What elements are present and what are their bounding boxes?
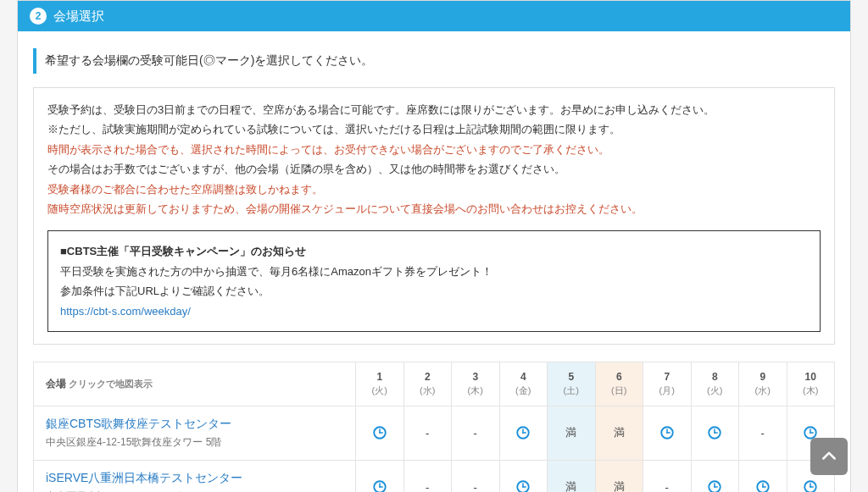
unavailable-slot: - xyxy=(403,460,452,492)
table-row: iSERVE八重洲日本橋テストセンター中央区日本橋2-2-3リッシュビル 502… xyxy=(34,460,835,492)
notice-warning: 受験者様のご都合に合わせた空席調整は致しかねます。 xyxy=(47,180,821,199)
day-column-header: 5(土) xyxy=(548,362,596,406)
campaign-body: 平日受験を実施された方の中から抽選で、毎月6名様にAmazonギフト券をプレゼン… xyxy=(60,262,808,281)
notice-box: 受験予約は、受験日の3日前までの日程で、空席がある場合に可能です。座席数には限り… xyxy=(33,87,835,345)
svg-rect-23 xyxy=(715,487,719,489)
available-slot[interactable] xyxy=(691,406,739,460)
available-slot[interactable] xyxy=(499,406,548,460)
instruction-bar: 希望する会場欄の受験可能日(◎マーク)を選択してください。 xyxy=(33,48,835,74)
svg-rect-8 xyxy=(666,433,670,434)
available-slot[interactable] xyxy=(499,460,548,492)
svg-rect-11 xyxy=(715,433,719,434)
available-slot[interactable] xyxy=(356,406,404,460)
venue-name[interactable]: iSERVE八重洲日本橋テストセンター xyxy=(46,471,343,486)
svg-rect-5 xyxy=(523,433,527,434)
day-column-header: 2(水) xyxy=(403,362,452,406)
available-slot[interactable] xyxy=(643,406,692,460)
day-column-header: 1(火) xyxy=(356,362,404,406)
notice-line: ※ただし、試験実施期間が定められている試験については、選択いただける日程は上記試… xyxy=(47,119,821,139)
notice-line: その場合はお手数ではございますが、他の会場（近隣の県を含め）、又は他の時間帯をお… xyxy=(47,159,821,179)
day-column-header: 3(木) xyxy=(452,362,500,406)
chevron-up-icon xyxy=(821,448,837,465)
table-row: 銀座CBTS歌舞伎座テストセンター中央区銀座4-12-15歌舞伎座タワー 5階-… xyxy=(34,406,835,460)
unavailable-slot: - xyxy=(739,406,787,460)
day-column-header: 8(火) xyxy=(691,362,739,406)
day-column-header: 6(日) xyxy=(595,362,643,406)
full-slot: 満 xyxy=(595,460,643,492)
svg-rect-26 xyxy=(762,487,766,489)
campaign-link[interactable]: https://cbt-s.com/weekday/ xyxy=(60,305,191,318)
scroll-to-top-button[interactable] xyxy=(810,438,848,475)
campaign-box: ■CBTS主催「平日受験キャンペーン」のお知らせ 平日受験を実施された方の中から… xyxy=(47,230,821,332)
venue-column-header: 会場 クリックで地図表示 xyxy=(34,362,356,406)
available-slot[interactable] xyxy=(691,460,739,492)
unavailable-slot: - xyxy=(452,406,500,460)
table-body: 銀座CBTS歌舞伎座テストセンター中央区銀座4-12-15歌舞伎座タワー 5階-… xyxy=(34,406,835,492)
venue-name[interactable]: 銀座CBTS歌舞伎座テストセンター xyxy=(46,417,343,432)
svg-rect-17 xyxy=(379,487,383,489)
unavailable-slot: - xyxy=(452,460,500,492)
unavailable-slot: - xyxy=(403,406,452,460)
campaign-title: ■CBTS主催「平日受験キャンペーン」のお知らせ xyxy=(60,241,808,261)
day-column-header: 4(金) xyxy=(499,362,548,406)
notice-line: 受験予約は、受験日の3日前までの日程で、空席がある場合に可能です。座席数には限り… xyxy=(47,100,821,119)
day-column-header: 9(水) xyxy=(739,362,787,406)
campaign-condition: 参加条件は下記URLよりご確認ください。 xyxy=(60,281,808,301)
day-column-header: 7(月) xyxy=(643,362,692,406)
step-title: 会場選択 xyxy=(53,8,104,25)
main-panel: 2 会場選択 希望する会場欄の受験可能日(◎マーク)を選択してください。 受験予… xyxy=(17,0,851,492)
available-slot[interactable] xyxy=(356,460,404,492)
svg-rect-14 xyxy=(810,433,815,434)
venue-cell[interactable]: iSERVE八重洲日本橋テストセンター中央区日本橋2-2-3リッシュビル 502 xyxy=(34,460,356,492)
availability-table: 会場 クリックで地図表示 1(火)2(水)3(木)4(金)5(土)6(日)7(月… xyxy=(33,362,835,492)
svg-rect-2 xyxy=(379,433,383,434)
notice-warning: 時間が表示された場合でも、選択された時間によっては、お受付できない場合がございま… xyxy=(47,140,821,159)
venue-cell[interactable]: 銀座CBTS歌舞伎座テストセンター中央区銀座4-12-15歌舞伎座タワー 5階 xyxy=(34,406,356,460)
unavailable-slot: - xyxy=(643,460,692,492)
content-area: 希望する会場欄の受験可能日(◎マーク)を選択してください。 受験予約は、受験日の… xyxy=(18,31,850,492)
svg-rect-20 xyxy=(523,487,527,489)
step-header: 2 会場選択 xyxy=(18,1,850,31)
notice-warning: 随時空席状況は更新しておりますため、会場の開催スケジュールについて直接会場へのお… xyxy=(47,199,821,218)
step-number-badge: 2 xyxy=(30,8,47,25)
full-slot: 満 xyxy=(548,406,596,460)
day-column-header: 10(木) xyxy=(787,362,835,406)
venue-address: 中央区銀座4-12-15歌舞伎座タワー 5階 xyxy=(46,435,343,450)
full-slot: 満 xyxy=(548,460,596,492)
svg-rect-29 xyxy=(810,487,815,489)
available-slot[interactable] xyxy=(739,460,787,492)
table-header-row: 会場 クリックで地図表示 1(火)2(水)3(木)4(金)5(土)6(日)7(月… xyxy=(34,362,835,406)
full-slot: 満 xyxy=(595,406,643,460)
